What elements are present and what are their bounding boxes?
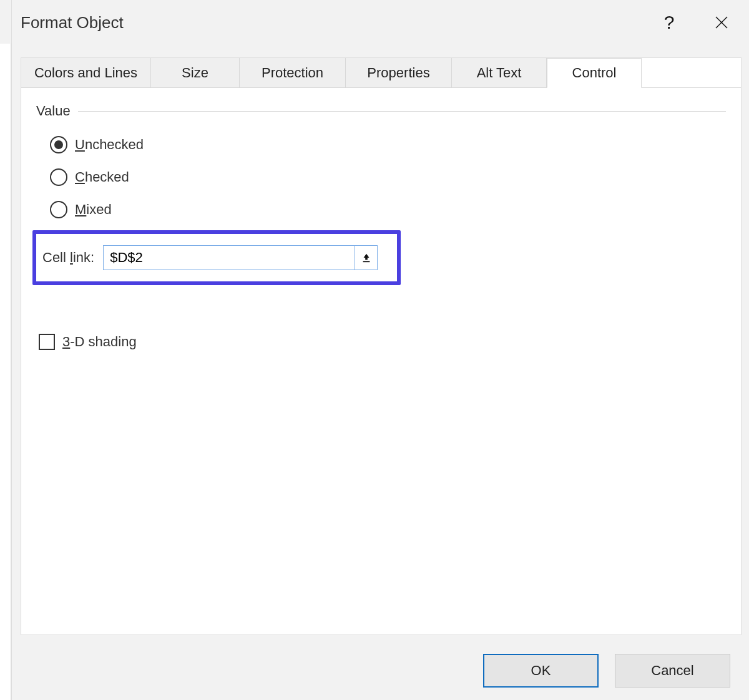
tabstrip: Colors and Lines Size Protection Propert… xyxy=(21,58,741,88)
shading-label: 3-D shading xyxy=(62,334,137,350)
svg-rect-2 xyxy=(363,261,370,262)
tab-label: Size xyxy=(182,65,208,81)
radio-label: Unchecked xyxy=(75,137,144,153)
collapse-dialog-icon xyxy=(361,252,372,263)
close-icon xyxy=(714,15,729,30)
radio-checked[interactable]: Checked xyxy=(50,165,726,189)
background-sheet-sliver xyxy=(0,44,11,700)
checkbox-icon xyxy=(39,334,55,350)
tab-properties[interactable]: Properties xyxy=(346,58,452,88)
radio-icon xyxy=(50,136,67,153)
tab-label: Colors and Lines xyxy=(34,65,137,81)
cell-link-row: Cell link: xyxy=(42,245,391,270)
tab-protection[interactable]: Protection xyxy=(240,58,346,88)
cancel-button[interactable]: Cancel xyxy=(615,654,730,688)
dialog-footer: OK Cancel xyxy=(483,654,730,688)
range-picker-button[interactable] xyxy=(355,246,377,270)
tabstrip-filler xyxy=(642,58,741,88)
tab-content-control: Value Unchecked Checked Mixed Cell link: xyxy=(21,88,741,634)
dialog-body: Colors and Lines Size Protection Propert… xyxy=(21,57,742,635)
format-object-dialog: Format Object ? Colors and Lines Size Pr… xyxy=(11,0,749,700)
help-button[interactable]: ? xyxy=(650,4,688,41)
tab-control[interactable]: Control xyxy=(547,58,642,88)
radio-mixed[interactable]: Mixed xyxy=(50,198,726,221)
button-label: OK xyxy=(531,663,551,679)
shading-checkbox-row[interactable]: 3-D shading xyxy=(39,330,726,354)
tab-label: Alt Text xyxy=(477,65,522,81)
cell-link-label: Cell link: xyxy=(42,250,94,266)
cell-link-refbox xyxy=(103,245,378,270)
tab-label: Properties xyxy=(367,65,429,81)
dialog-titlebar: Format Object ? xyxy=(12,0,749,45)
button-label: Cancel xyxy=(651,663,693,679)
tab-alt-text[interactable]: Alt Text xyxy=(452,58,547,88)
value-group-legend: Value xyxy=(36,103,726,119)
radio-icon xyxy=(50,168,67,186)
help-icon: ? xyxy=(664,12,675,33)
cell-link-input[interactable] xyxy=(104,246,355,270)
ok-button[interactable]: OK xyxy=(483,654,599,688)
radio-unchecked[interactable]: Unchecked xyxy=(50,133,726,157)
cell-link-highlight: Cell link: xyxy=(32,230,401,285)
tab-label: Control xyxy=(572,65,617,81)
radio-label: Checked xyxy=(75,169,129,185)
value-legend-label: Value xyxy=(36,103,71,119)
tab-colors-and-lines[interactable]: Colors and Lines xyxy=(21,58,151,88)
tab-label: Protection xyxy=(262,65,323,81)
dialog-title: Format Object xyxy=(21,13,124,32)
radio-icon xyxy=(50,201,67,218)
close-button[interactable] xyxy=(703,4,740,41)
tab-size[interactable]: Size xyxy=(151,58,240,88)
legend-divider xyxy=(78,111,726,112)
radio-label: Mixed xyxy=(75,202,112,218)
